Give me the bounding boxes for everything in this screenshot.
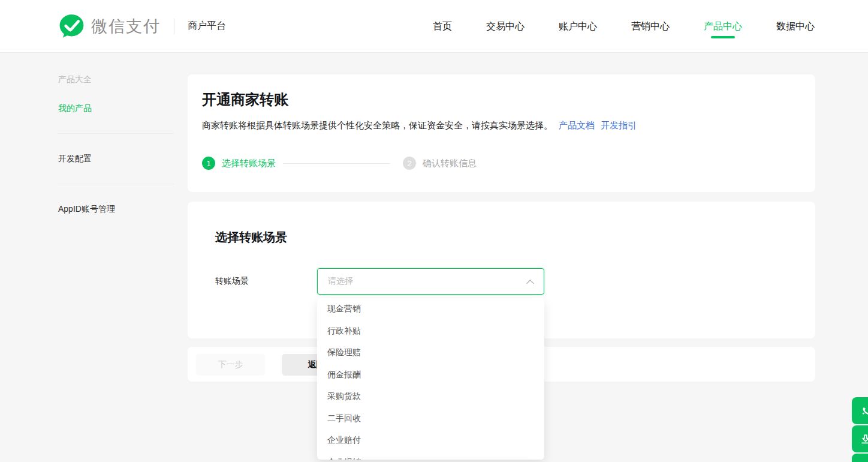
main-nav: 首页 交易中心 账户中心 营销中心 产品中心 数据中心 [433, 0, 815, 53]
dropdown-option-insurance-claim[interactable]: 保险理赔 [317, 342, 544, 364]
service-icon[interactable] [852, 397, 868, 424]
dropdown-option-admin-subsidy[interactable]: 行政补贴 [317, 320, 544, 343]
nav-item-marketing[interactable]: 营销中心 [631, 0, 670, 53]
intro-description-text: 商家转账将根据具体转账场景提供个性化安全策略，保证资金安全，请按真实场景选择。 [202, 120, 553, 130]
scenario-select-placeholder: 请选择 [328, 276, 353, 287]
sidebar: 产品大全 我的产品 开发配置 AppID账号管理 [58, 53, 174, 215]
sidebar-item-my-products[interactable]: 我的产品 [58, 102, 174, 114]
step-connector-line [283, 163, 390, 164]
step-indicator: 1 选择转账场景 2 确认转账信息 [202, 157, 801, 170]
step-1-number: 1 [202, 157, 215, 170]
dropdown-option-enterprise-compensation[interactable]: 企业赔付 [317, 430, 544, 452]
scenario-form-row: 转账场景 请选择 [215, 268, 815, 295]
page-content: 产品大全 我的产品 开发配置 AppID账号管理 开通商家转账 商家转账将根据具… [0, 53, 868, 462]
product-doc-link[interactable]: 产品文档 [559, 120, 595, 130]
nav-item-products[interactable]: 产品中心 [704, 0, 742, 53]
step-2: 2 确认转账信息 [403, 157, 477, 170]
step-2-number: 2 [403, 157, 416, 170]
dropdown-option-commission[interactable]: 佣金报酬 [317, 364, 544, 386]
sidebar-divider [58, 184, 174, 184]
dev-guide-link[interactable]: 开发指引 [601, 120, 637, 130]
download-icon[interactable] [852, 425, 868, 452]
page-title: 开通商家转账 [202, 90, 801, 109]
sidebar-item-dev-config[interactable]: 开发配置 [58, 152, 174, 164]
next-step-button[interactable]: 下一步 [196, 354, 265, 376]
wechat-pay-logo-icon [58, 13, 85, 40]
header-divider [174, 19, 174, 34]
nav-item-data[interactable]: 数据中心 [776, 0, 815, 53]
floating-toolbar [852, 397, 868, 462]
step-2-label: 确认转账信息 [423, 158, 477, 169]
scenario-field-label: 转账场景 [215, 276, 317, 287]
feedback-icon[interactable] [852, 454, 868, 462]
section-heading: 选择转账场景 [215, 230, 815, 244]
sidebar-item-appid-management[interactable]: AppID账号管理 [58, 203, 174, 215]
step-1-label: 选择转账场景 [222, 158, 276, 169]
dropdown-option-secondhand-recycle[interactable]: 二手回收 [317, 408, 544, 430]
nav-item-account[interactable]: 账户中心 [559, 0, 597, 53]
dropdown-option-enterprise-reimbursement[interactable]: 企业报销 [317, 452, 544, 460]
wechat-pay-logo: 微信支付 [58, 13, 161, 40]
dropdown-option-procurement[interactable]: 采购货款 [317, 386, 544, 408]
chevron-up-icon [526, 280, 534, 287]
scenario-dropdown-panel: 现金营销 行政补贴 保险理赔 佣金报酬 采购货款 二手回收 企业赔付 企业报销 [317, 298, 544, 460]
sidebar-divider [58, 133, 174, 134]
intro-card: 开通商家转账 商家转账将根据具体转账场景提供个性化安全策略，保证资金安全，请按真… [188, 74, 815, 192]
nav-item-home[interactable]: 首页 [433, 0, 452, 53]
portal-label: 商户平台 [188, 20, 226, 32]
scenario-select[interactable]: 请选择 [317, 268, 544, 295]
intro-description: 商家转账将根据具体转账场景提供个性化安全策略，保证资金安全，请按真实场景选择。产… [202, 119, 801, 131]
sidebar-item-product-catalog[interactable]: 产品大全 [58, 73, 174, 85]
logo-text: 微信支付 [91, 16, 161, 37]
dropdown-option-cash-marketing[interactable]: 现金营销 [317, 298, 544, 320]
nav-item-transactions[interactable]: 交易中心 [486, 0, 525, 53]
step-1: 1 选择转账场景 [202, 157, 276, 170]
top-header: 微信支付 商户平台 首页 交易中心 账户中心 营销中心 产品中心 数据中心 [0, 0, 868, 53]
